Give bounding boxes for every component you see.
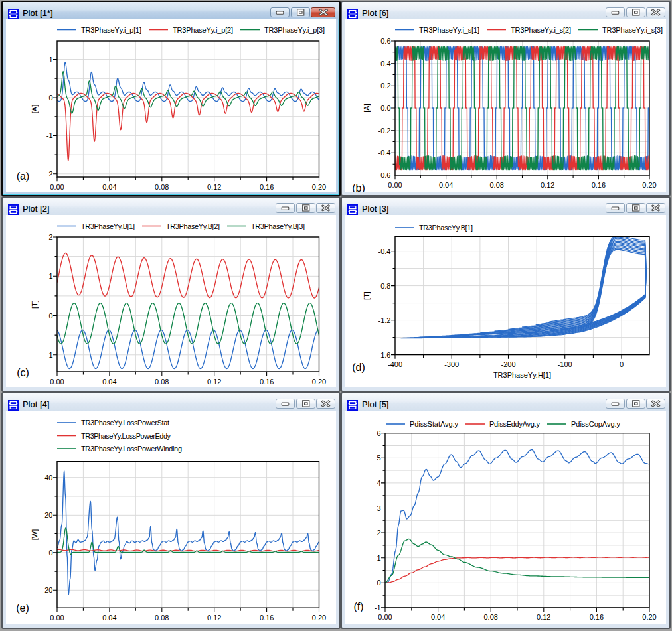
svg-text:-400: -400 <box>388 360 402 368</box>
svg-text:-200: -200 <box>501 360 515 368</box>
svg-text:0.16: 0.16 <box>590 613 604 621</box>
svg-text:[T]: [T] <box>363 291 371 300</box>
svg-text:0.12: 0.12 <box>207 614 221 622</box>
svg-text:0.00: 0.00 <box>50 614 64 622</box>
svg-text:0: 0 <box>48 549 52 557</box>
svg-text:1: 1 <box>48 272 52 280</box>
svg-text:-1.6: -1.6 <box>378 351 391 359</box>
svg-text:TR3PhaseYy.LossPowerWinding: TR3PhaseYy.LossPowerWinding <box>81 445 182 453</box>
svg-text:-1: -1 <box>46 131 53 139</box>
svg-text:TR3PhaseYy.B[1]: TR3PhaseYy.B[1] <box>81 222 135 230</box>
svg-text:0.08: 0.08 <box>155 183 169 191</box>
svg-text:0.04: 0.04 <box>439 181 453 189</box>
svg-text:0.04: 0.04 <box>102 378 116 386</box>
svg-text:2: 2 <box>48 233 52 241</box>
svg-text:-1.2: -1.2 <box>378 316 391 324</box>
svg-text:(f): (f) <box>353 601 363 612</box>
svg-text:0.2: 0.2 <box>380 82 390 90</box>
svg-text:TR3PhaseYy.LossPowerEddy: TR3PhaseYy.LossPowerEddy <box>81 432 171 440</box>
svg-text:-1: -1 <box>375 604 381 612</box>
svg-text:3: 3 <box>377 504 380 512</box>
svg-text:-1: -1 <box>46 351 53 359</box>
svg-text:20: 20 <box>44 511 52 519</box>
svg-text:40: 40 <box>44 474 52 482</box>
svg-text:PdissStatAvg.y: PdissStatAvg.y <box>410 420 459 428</box>
svg-text:0.04: 0.04 <box>431 613 445 621</box>
svg-text:-0.8: -0.8 <box>378 282 391 290</box>
svg-text:1: 1 <box>377 554 380 562</box>
svg-text:0.16: 0.16 <box>260 378 274 386</box>
svg-text:TR3PhaseYy.i_s[2]: TR3PhaseYy.i_s[2] <box>511 26 571 34</box>
svg-text:0.4: 0.4 <box>380 60 390 68</box>
svg-text:0.16: 0.16 <box>592 181 606 189</box>
svg-text:2: 2 <box>377 529 380 537</box>
svg-text:-0.6: -0.6 <box>378 171 391 179</box>
svg-text:0.16: 0.16 <box>260 183 274 191</box>
svg-text:0.20: 0.20 <box>642 181 656 189</box>
svg-text:-0.4: -0.4 <box>378 149 391 157</box>
svg-text:TR3PhaseYy.i_s[1]: TR3PhaseYy.i_s[1] <box>419 26 479 34</box>
svg-text:1: 1 <box>48 56 52 64</box>
svg-text:[W]: [W] <box>31 529 39 541</box>
svg-text:TR3PhaseYy.B[1]: TR3PhaseYy.B[1] <box>419 224 473 232</box>
svg-text:0.00: 0.00 <box>50 183 64 191</box>
svg-text:0.00: 0.00 <box>378 613 392 621</box>
svg-text:0: 0 <box>620 360 624 368</box>
svg-text:TR3PhaseYy.i_p[1]: TR3PhaseYy.i_p[1] <box>81 26 141 34</box>
svg-text:TR3PhaseYy.i_p[3]: TR3PhaseYy.i_p[3] <box>264 26 325 34</box>
svg-text:(e): (e) <box>16 602 29 614</box>
svg-text:0.12: 0.12 <box>537 613 550 621</box>
svg-text:[A]: [A] <box>31 105 39 113</box>
svg-text:0.16: 0.16 <box>260 614 274 622</box>
svg-text:[T]: [T] <box>31 300 39 309</box>
svg-text:TR3PhaseYy.i_s[3]: TR3PhaseYy.i_s[3] <box>602 26 663 34</box>
svg-text:[A]: [A] <box>363 104 371 112</box>
svg-text:0.6: 0.6 <box>380 37 390 45</box>
svg-text:-2: -2 <box>46 170 53 178</box>
svg-text:0: 0 <box>48 312 52 320</box>
svg-text:(c): (c) <box>17 367 29 378</box>
svg-text:PdissEddyAvg.y: PdissEddyAvg.y <box>489 420 541 428</box>
svg-text:TR3PhaseYy.B[2]: TR3PhaseYy.B[2] <box>166 222 220 230</box>
svg-text:-100: -100 <box>558 360 572 368</box>
svg-text:0.12: 0.12 <box>207 378 221 386</box>
svg-text:PdissCopAvg.y: PdissCopAvg.y <box>571 420 621 428</box>
svg-text:0: 0 <box>377 579 380 587</box>
svg-text:-0.4: -0.4 <box>378 247 391 255</box>
svg-text:6: 6 <box>377 429 380 437</box>
svg-text:TR3PhaseYy.B[3]: TR3PhaseYy.B[3] <box>251 222 305 230</box>
svg-text:0.20: 0.20 <box>312 378 326 386</box>
svg-text:-0.2: -0.2 <box>378 127 391 135</box>
svg-text:TR3PhaseYy.LossPowerStat: TR3PhaseYy.LossPowerStat <box>81 419 169 427</box>
svg-text:0: 0 <box>48 94 52 102</box>
svg-text:0.20: 0.20 <box>312 183 326 191</box>
svg-text:TR3PhaseYy.i_p[2]: TR3PhaseYy.i_p[2] <box>173 26 233 34</box>
svg-text:0.08: 0.08 <box>155 614 169 622</box>
svg-text:0.20: 0.20 <box>642 613 656 621</box>
svg-text:0.08: 0.08 <box>489 181 503 189</box>
svg-text:0.12: 0.12 <box>207 183 221 191</box>
svg-text:(d): (d) <box>352 362 365 373</box>
svg-text:-20: -20 <box>42 586 53 594</box>
svg-text:(a): (a) <box>17 171 30 182</box>
svg-text:0.04: 0.04 <box>102 614 116 622</box>
svg-text:0.20: 0.20 <box>312 614 326 622</box>
svg-text:0.00: 0.00 <box>50 378 64 386</box>
svg-text:-300: -300 <box>444 360 459 368</box>
svg-text:(b): (b) <box>352 182 365 192</box>
svg-text:5: 5 <box>377 454 380 462</box>
svg-text:4: 4 <box>377 479 380 487</box>
svg-text:0.0: 0.0 <box>380 104 390 112</box>
svg-text:0.12: 0.12 <box>541 181 554 189</box>
svg-text:0.08: 0.08 <box>155 378 169 386</box>
svg-text:TR3PhaseYy.H[1]: TR3PhaseYy.H[1] <box>493 371 551 379</box>
svg-text:0.00: 0.00 <box>388 181 402 189</box>
svg-text:0.04: 0.04 <box>102 183 116 191</box>
svg-text:0.08: 0.08 <box>483 613 497 621</box>
